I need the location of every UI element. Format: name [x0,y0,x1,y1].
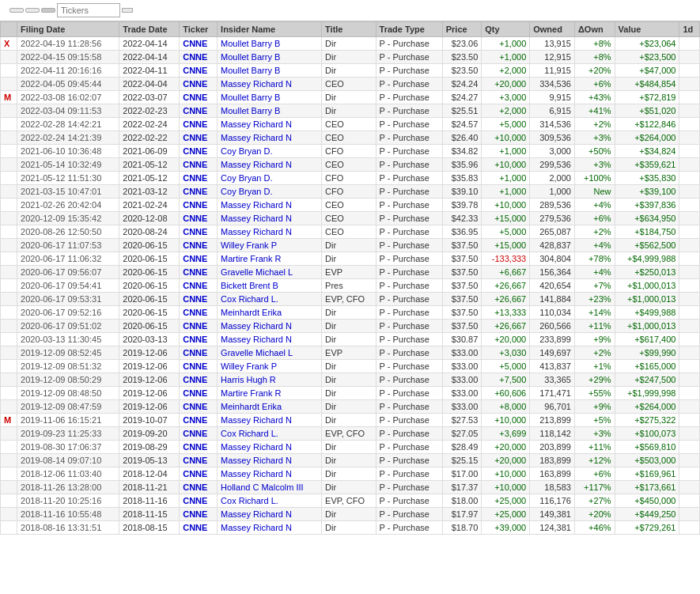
cell-ticker[interactable]: CNNE [180,293,218,306]
cell-title: Dir [322,481,376,494]
cell-ticker[interactable]: CNNE [180,333,218,346]
cell-insider-name[interactable]: Massey Richard N [218,508,322,521]
top-button[interactable] [25,8,40,13]
cell-ticker[interactable]: CNNE [180,64,218,78]
col-title[interactable]: Title [322,22,376,37]
cell-insider-name[interactable]: Harris Hugh R [218,373,322,387]
col-trade-date[interactable]: Trade Date [119,22,180,37]
col-value[interactable]: Value [615,22,679,37]
cell-insider-name[interactable]: Holland C Malcolm III [218,481,322,494]
cell-insider-name[interactable]: Coy Bryan D. [218,185,322,199]
cell-ticker[interactable]: CNNE [180,145,218,158]
latest-button[interactable] [9,8,24,13]
cell-insider-name[interactable]: Willey Frank P [218,360,322,373]
cell-insider-name[interactable]: Willey Frank P [218,239,322,252]
cell-insider-name[interactable]: Moullet Barry B [218,37,322,51]
cell-insider-name[interactable]: Martire Frank R [218,387,322,400]
cell-insider-name[interactable]: Massey Richard N [218,118,322,131]
cell-insider-name[interactable]: Massey Richard N [218,320,322,333]
cell-insider-name[interactable]: Meinhardt Erika [218,306,322,320]
cell-ticker[interactable]: CNNE [180,387,218,400]
cell-insider-name[interactable]: Moullet Barry B [218,91,322,104]
cell-ticker[interactable]: CNNE [180,104,218,118]
cell-ticker[interactable]: CNNE [180,37,218,51]
col-qty[interactable]: Qty [482,22,530,37]
cell-insider-name[interactable]: Coy Bryan D. [218,145,322,158]
table-row: M 2019-11-06 16:15:21 2019-10-07 CNNE Ma… [1,414,700,427]
cell-ticker[interactable]: CNNE [180,441,218,454]
cell-insider-name[interactable]: Massey Richard N [218,454,322,467]
cell-insider-name[interactable]: Gravelle Michael L [218,266,322,279]
cell-insider-name[interactable]: Moullet Barry B [218,104,322,118]
col-price[interactable]: Price [442,22,482,37]
cell-insider-name[interactable]: Gravelle Michael L [218,346,322,360]
cell-insider-name[interactable]: Martire Frank R [218,252,322,266]
cell-insider-name[interactable]: Massey Richard N [218,158,322,172]
cell-ticker[interactable]: CNNE [180,427,218,441]
cell-ticker[interactable]: CNNE [180,279,218,293]
col-1d[interactable]: 1d [679,22,700,37]
col-flag[interactable] [1,22,17,37]
col-delta-own[interactable]: ΔOwn [574,22,615,37]
cell-ticker[interactable]: CNNE [180,225,218,239]
cell-title: Dir [322,320,376,333]
cell-ticker[interactable]: CNNE [180,158,218,172]
ticker-input[interactable] [57,3,120,17]
cell-insider-name[interactable]: Cox Richard L. [218,293,322,306]
cell-value: +$1,999,998 [615,387,679,400]
cell-ticker[interactable]: CNNE [180,212,218,225]
cell-ticker[interactable]: CNNE [180,131,218,145]
cell-price: $23.50 [442,51,482,64]
col-filing-date[interactable]: Filing Date [17,22,119,37]
cell-insider-name[interactable]: Massey Richard N [218,212,322,225]
cell-ticker[interactable]: CNNE [180,346,218,360]
col-owned[interactable]: Owned [530,22,575,37]
cell-ticker[interactable]: CNNE [180,414,218,427]
cell-ticker[interactable]: CNNE [180,199,218,212]
cell-ticker[interactable]: CNNE [180,252,218,266]
cell-insider-name[interactable]: Moullet Barry B [218,64,322,78]
cell-ticker[interactable]: CNNE [180,494,218,508]
cell-insider-name[interactable]: Massey Richard N [218,225,322,239]
cell-insider-name[interactable]: Massey Richard N [218,414,322,427]
cell-insider-name[interactable]: Massey Richard N [218,521,322,535]
cell-insider-name[interactable]: Massey Richard N [218,441,322,454]
cell-insider-name[interactable]: Cox Richard L. [218,427,322,441]
cell-insider-name[interactable]: Massey Richard N [218,333,322,346]
cell-insider-name[interactable]: Coy Bryan D. [218,172,322,185]
cell-ticker[interactable]: CNNE [180,400,218,414]
cell-ticker[interactable]: CNNE [180,481,218,494]
cell-insider-name[interactable]: Moullet Barry B [218,51,322,64]
cell-trade-date: 2020-06-15 [119,252,180,266]
charts-button[interactable] [41,8,55,13]
cell-ticker[interactable]: CNNE [180,172,218,185]
cell-ticker[interactable]: CNNE [180,373,218,387]
cell-ticker[interactable]: CNNE [180,454,218,467]
cell-ticker[interactable]: CNNE [180,508,218,521]
cell-ticker[interactable]: CNNE [180,320,218,333]
cell-insider-name[interactable]: Massey Richard N [218,131,322,145]
cell-ticker[interactable]: CNNE [180,78,218,91]
cell-insider-name[interactable]: Massey Richard N [218,78,322,91]
cell-ticker[interactable]: CNNE [180,521,218,535]
cell-insider-name[interactable]: Bickett Brent B [218,279,322,293]
cell-ticker[interactable]: CNNE [180,118,218,131]
cell-insider-name[interactable]: Massey Richard N [218,199,322,212]
go-button[interactable] [122,8,133,13]
cell-ticker[interactable]: CNNE [180,360,218,373]
cell-ticker[interactable]: CNNE [180,51,218,64]
cell-insider-name[interactable]: Cox Richard L. [218,494,322,508]
cell-ticker[interactable]: CNNE [180,266,218,279]
cell-ticker[interactable]: CNNE [180,306,218,320]
cell-delta-own: +8% [574,51,615,64]
cell-ticker[interactable]: CNNE [180,467,218,481]
cell-insider-name[interactable]: Massey Richard N [218,467,322,481]
col-insider-name[interactable]: Insider Name [218,22,322,37]
cell-owned: 9,915 [530,91,575,104]
col-ticker[interactable]: Ticker [180,22,218,37]
cell-insider-name[interactable]: Meinhardt Erika [218,400,322,414]
col-trade-type[interactable]: Trade Type [376,22,442,37]
cell-ticker[interactable]: CNNE [180,91,218,104]
cell-ticker[interactable]: CNNE [180,185,218,199]
cell-ticker[interactable]: CNNE [180,239,218,252]
